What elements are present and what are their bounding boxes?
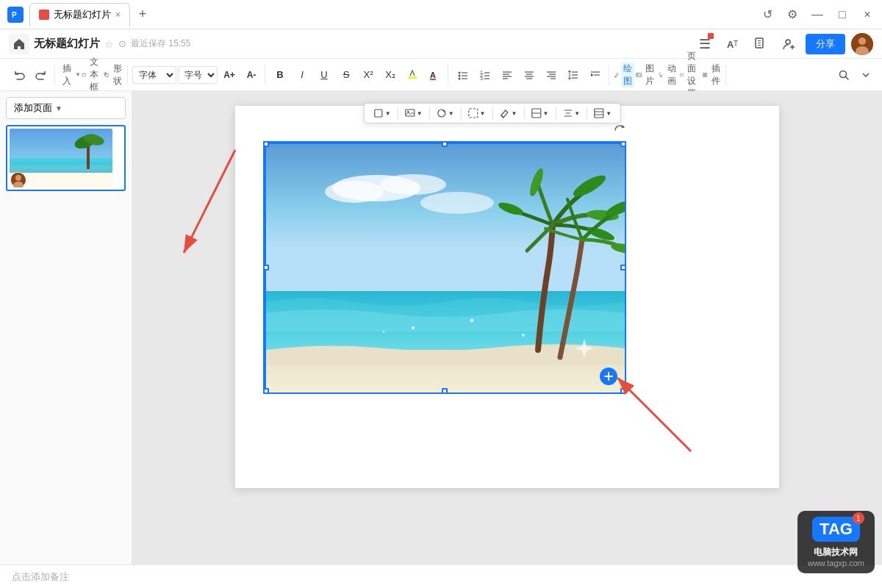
image-action-button[interactable] (600, 368, 617, 385)
font-name-selector[interactable]: 字体 (132, 66, 176, 84)
ft-sep-2 (429, 107, 430, 120)
handle-middle-left[interactable] (263, 265, 269, 270)
add-page-button[interactable]: 添加页面 ▼ (6, 97, 126, 119)
close-window-button[interactable]: × (860, 8, 875, 21)
share-button[interactable]: 分享 (806, 34, 845, 54)
handle-bottom-right[interactable] (620, 388, 626, 394)
add-tab-button[interactable]: + (133, 5, 152, 24)
refresh-button[interactable]: ↺ (760, 7, 775, 21)
undo-button[interactable] (9, 65, 29, 85)
font-size-button[interactable]: AT (722, 33, 744, 55)
align-center-button[interactable] (519, 65, 539, 85)
svg-point-12 (858, 37, 866, 45)
menu-icon: ☰ (699, 36, 711, 52)
ft-crop-button[interactable]: ▼ (369, 106, 395, 121)
svg-text:3.: 3. (480, 76, 484, 81)
ft-adjust-arrow: ▼ (448, 110, 454, 117)
bold-button[interactable]: B (270, 65, 290, 85)
page-setup-button[interactable]: 页面设置 (680, 65, 700, 85)
list-ordered-button[interactable]: 1.2.3. (475, 65, 495, 85)
plugin-button[interactable]: 插件 (702, 65, 723, 85)
add-page-label: 添加页面 (14, 101, 52, 115)
ft-layout-arrow: ▼ (542, 110, 548, 117)
handle-middle-right[interactable] (620, 265, 626, 270)
strikethrough-button[interactable]: S (336, 65, 356, 85)
favorite-icon[interactable]: ☆ (104, 38, 114, 50)
superscript-button[interactable]: X² (358, 65, 379, 85)
ft-align-button[interactable]: ▼ (558, 106, 584, 121)
ft-more-button[interactable]: ▼ (589, 106, 616, 121)
draw-button[interactable]: 绘图 (614, 65, 634, 85)
svg-rect-86 (595, 109, 603, 118)
ft-image-arrow: ▼ (417, 110, 423, 117)
decrease-font-button[interactable]: A- (241, 65, 262, 85)
svg-rect-79 (469, 109, 478, 118)
handle-bottom-center[interactable] (442, 388, 448, 394)
ft-layout-button[interactable]: ▼ (526, 106, 553, 121)
undo-redo-group (6, 65, 55, 85)
ft-more-arrow: ▼ (606, 110, 612, 117)
ft-border-button[interactable]: ▼ (464, 106, 490, 121)
animation-button[interactable]: 动画 (658, 65, 678, 85)
align-right-button[interactable] (541, 65, 562, 85)
tag-text: TAG (820, 520, 853, 539)
svg-point-28 (459, 74, 461, 76)
save-time: 最近保存 15:55 (131, 37, 190, 50)
highlight-button[interactable] (402, 65, 423, 85)
underline-button[interactable]: U (314, 65, 334, 85)
plugin-label: 插件 (709, 62, 723, 87)
home-button[interactable] (9, 34, 29, 54)
watermark-line2: www.tagxp.com (808, 559, 864, 567)
slide-canvas (235, 106, 779, 488)
slide-thumbnail-1[interactable] (6, 125, 126, 191)
subscript-button[interactable]: X₂ (380, 65, 401, 85)
add-person-button[interactable] (778, 33, 800, 55)
user-avatar[interactable] (851, 33, 873, 55)
active-tab[interactable]: 无标题幻灯片 × (29, 3, 130, 26)
ft-image-button[interactable]: ▼ (401, 106, 427, 121)
handle-top-left[interactable] (263, 141, 269, 147)
handle-top-right[interactable] (620, 141, 626, 147)
watermark-badge-container: TAG 1 (812, 517, 860, 545)
maximize-button[interactable]: □ (835, 8, 850, 21)
handle-top-center[interactable] (442, 141, 448, 147)
svg-line-55 (615, 76, 617, 77)
search-button[interactable] (833, 65, 854, 85)
menu-bar-right: ☰ AT 分享 (694, 33, 873, 55)
slide-image-selected[interactable] (265, 143, 625, 392)
slide-editor: ▼ ▼ ▼ ▼ ▼ (132, 91, 882, 564)
page-button[interactable] (750, 33, 772, 55)
annotation-bar[interactable]: 点击添加备注 (0, 564, 882, 588)
ft-edit-button[interactable]: ▼ (495, 106, 522, 121)
align-left-button[interactable] (497, 65, 517, 85)
line-height-button[interactable] (563, 65, 584, 85)
watermark-notify: 1 (853, 512, 864, 524)
font-size-selector[interactable]: 字号 (178, 66, 218, 84)
title-bar: P 无标题幻灯片 × + ↺ ⚙ — □ × (0, 0, 882, 29)
handle-bottom-left[interactable] (263, 388, 269, 394)
svg-rect-62 (703, 75, 705, 76)
insert-dropdown-button[interactable]: 插入 ▼ (60, 65, 80, 85)
list-unordered-button[interactable] (453, 65, 473, 85)
ft-crop-arrow: ▼ (385, 110, 391, 117)
font-color-button[interactable]: A (424, 65, 445, 85)
redo-button[interactable] (31, 65, 51, 85)
settings-button[interactable]: ⚙ (785, 7, 800, 21)
rotate-handle[interactable] (613, 123, 628, 138)
insert-group: 插入 ▼ 文本框 形状 (57, 65, 128, 85)
indent-button[interactable] (585, 65, 606, 85)
ft-adjust-button[interactable]: ▼ (432, 106, 459, 121)
textbox-button[interactable]: 文本框 (82, 65, 102, 85)
increase-font-button[interactable]: A+ (219, 65, 240, 85)
toolbar-expand-button[interactable] (856, 65, 876, 85)
textbox-label: 文本框 (87, 56, 102, 93)
tab-close-button[interactable]: × (115, 10, 121, 20)
italic-button[interactable]: I (292, 65, 312, 85)
svg-point-26 (459, 71, 461, 74)
add-page-arrow: ▼ (55, 104, 62, 112)
svg-point-103 (412, 326, 415, 329)
minimize-button[interactable]: — (810, 8, 825, 21)
ft-sep-3 (461, 107, 462, 120)
picture-button[interactable]: 图片 (636, 65, 656, 85)
shape-button[interactable]: 形状 (104, 65, 124, 85)
